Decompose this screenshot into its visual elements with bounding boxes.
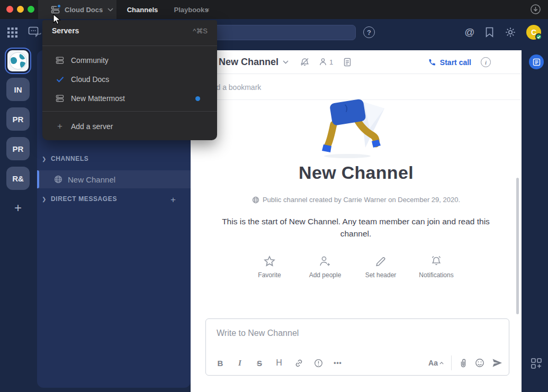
- help-icon[interactable]: ?: [363, 26, 375, 38]
- send-button[interactable]: [492, 358, 502, 368]
- unread-dot: [195, 96, 200, 101]
- downloads-icon[interactable]: [530, 4, 541, 15]
- menu-item-cloud-docs[interactable]: Cloud Docs: [42, 70, 217, 89]
- server-icon: [55, 95, 65, 102]
- mouse-cursor: [53, 14, 61, 25]
- selected-channel-indicator: [37, 170, 39, 188]
- add-people-button[interactable]: Add people: [301, 256, 349, 279]
- globe-icon: [252, 196, 259, 204]
- checkmark-icon: [55, 76, 65, 83]
- channel-intro-illustration: [313, 98, 398, 160]
- add-apps-icon[interactable]: [531, 358, 542, 369]
- minimize-window-button[interactable]: [17, 6, 24, 13]
- menu-divider: [42, 45, 217, 46]
- online-status-badge: [535, 33, 542, 40]
- bell-ring-icon: [430, 256, 443, 267]
- team-item-r-and[interactable]: R&: [6, 167, 30, 190]
- formatting-toolbar: B I S H ••• Aa: [212, 355, 502, 371]
- chevron-down-icon: [107, 8, 113, 12]
- team-item-in[interactable]: IN: [6, 78, 30, 101]
- servers-shortcut: ^⌘S: [193, 27, 208, 35]
- server-unread-dot: [57, 4, 61, 8]
- server-button-label: Cloud Docs: [65, 6, 103, 14]
- menu-item-community[interactable]: Community: [42, 51, 217, 70]
- bookmarks-bar[interactable]: + Add a bookmark: [191, 75, 522, 100]
- channels-product-icon[interactable]: [28, 26, 41, 39]
- chevron-right-icon: ❯: [42, 196, 47, 202]
- titlebar: Cloud Docs Channels Playbooks ×: [0, 0, 548, 19]
- server-icon: [55, 57, 65, 64]
- saved-posts-icon[interactable]: [485, 27, 494, 38]
- team-item-active-globe[interactable]: [5, 48, 31, 74]
- link-icon: [294, 359, 303, 368]
- team-item-pr1[interactable]: PR: [6, 107, 30, 131]
- favorite-button[interactable]: Favorite: [246, 256, 293, 279]
- pencil-icon: [375, 256, 387, 267]
- star-icon: [264, 256, 275, 267]
- channel-info-icon[interactable]: i: [481, 57, 491, 67]
- settings-gear-icon[interactable]: [505, 27, 516, 38]
- tab-playbooks-close-icon[interactable]: ×: [202, 0, 213, 19]
- menu-item-add-server[interactable]: + Add a server: [42, 117, 217, 136]
- attach-file-button[interactable]: [459, 358, 468, 368]
- italic-button[interactable]: I: [232, 356, 248, 370]
- servers-dropdown-menu: Servers ^⌘S Community Cloud Docs New Mat…: [42, 20, 217, 140]
- smiley-icon: [475, 358, 484, 368]
- channels-category[interactable]: ❯ CHANNELS: [42, 155, 88, 162]
- channel-files-icon[interactable]: [344, 58, 351, 67]
- toolbar-divider: [451, 355, 452, 370]
- zoom-window-button[interactable]: [28, 6, 34, 13]
- notifications-button[interactable]: Notifications: [412, 256, 460, 279]
- direct-messages-category[interactable]: ❯ DIRECT MESSAGES: [42, 195, 117, 203]
- team-item-pr2[interactable]: PR: [6, 137, 30, 160]
- exclamation-circle-icon: [314, 359, 323, 368]
- font-options-button[interactable]: Aa: [428, 359, 444, 367]
- channel-item-label: New Channel: [68, 175, 115, 184]
- globe-team-icon: [7, 50, 29, 71]
- menu-item-new-mattermost[interactable]: New Mattermost: [42, 89, 217, 108]
- chevron-up-icon: [439, 362, 444, 364]
- members-icon[interactable]: [319, 58, 327, 66]
- priority-button[interactable]: [310, 356, 326, 370]
- server-icon: [51, 6, 60, 14]
- search-input[interactable]: [205, 25, 356, 40]
- message-input[interactable]: Write to New Channel: [217, 329, 299, 338]
- chevron-right-icon: ❯: [42, 156, 47, 162]
- add-team-button[interactable]: +: [6, 196, 30, 220]
- set-header-button[interactable]: Set header: [357, 256, 405, 279]
- channel-intro-description: This is the start of New Channel. Any te…: [215, 215, 496, 240]
- paperclip-icon: [459, 358, 468, 368]
- channel-title[interactable]: New Channel: [219, 57, 279, 68]
- phone-icon: [427, 58, 436, 67]
- product-switcher-icon[interactable]: [7, 28, 17, 38]
- bold-button[interactable]: B: [212, 356, 228, 370]
- channel-intro-meta: Public channel created by Carrie Warner …: [191, 196, 522, 204]
- channel-header: New Channel 1 Start call i: [191, 50, 522, 74]
- globe-channel-icon: [54, 175, 62, 184]
- heading-button[interactable]: H: [271, 356, 287, 370]
- server-dropdown-button[interactable]: Cloud Docs: [38, 0, 116, 19]
- close-window-button[interactable]: [6, 6, 13, 13]
- link-button[interactable]: [291, 356, 307, 370]
- add-direct-message-button[interactable]: +: [168, 195, 178, 205]
- more-formatting-button[interactable]: •••: [330, 356, 346, 370]
- mentions-icon[interactable]: @: [464, 26, 475, 38]
- channel-item-new-channel[interactable]: New Channel: [37, 170, 191, 188]
- send-icon: [492, 358, 502, 368]
- main-panel: New Channel 1 Start call i: [191, 50, 522, 392]
- boards-app-icon[interactable]: [529, 54, 544, 69]
- message-composer: Write to New Channel B I S H ••• Aa: [205, 318, 509, 376]
- strikethrough-button[interactable]: S: [251, 356, 267, 370]
- plus-icon: +: [55, 121, 65, 132]
- emoji-button[interactable]: [475, 358, 484, 368]
- scrollbar-thumb[interactable]: [516, 178, 519, 314]
- person-plus-icon: [319, 256, 331, 267]
- mute-bell-icon[interactable]: [300, 58, 309, 67]
- chevron-down-icon[interactable]: [283, 60, 289, 64]
- tab-channels[interactable]: Channels: [122, 0, 163, 19]
- start-call-button[interactable]: Start call: [427, 50, 471, 74]
- servers-menu-title: Servers: [52, 26, 79, 35]
- member-count: 1: [329, 58, 333, 66]
- channel-intro-title: New Channel: [191, 162, 522, 183]
- menu-divider: [42, 111, 217, 112]
